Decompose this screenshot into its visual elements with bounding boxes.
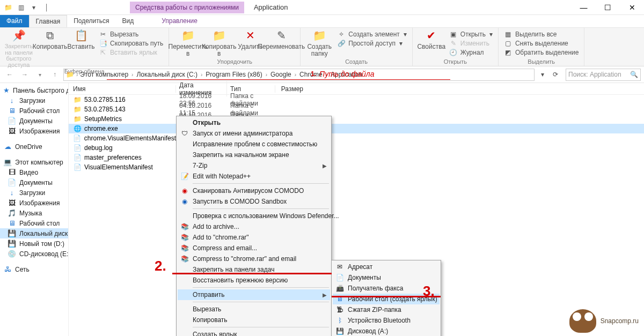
sendto-documents[interactable]: 📄Документы <box>333 272 440 283</box>
sidebar-onedrive[interactable]: ☁OneDrive <box>0 141 68 152</box>
ctx-comodo-sandbox[interactable]: ◉Запустить в COMODO Sandbox <box>178 196 330 207</box>
file-row[interactable]: 📁SetupMetrics04.10.2016 11:15Папка с фай… <box>69 114 644 124</box>
cut-icon: ✂ <box>99 31 107 38</box>
search-box[interactable]: Поиск: Application 🔍 <box>566 69 641 81</box>
refresh-button[interactable]: ⟳ <box>550 69 561 80</box>
sidebar-downloads[interactable]: ↓Загрузки <box>0 95 68 106</box>
breadcrumb-bar[interactable]: 📁› Этот компьютер› Локальный диск (C:)› … <box>63 69 535 81</box>
ctx-shortcut[interactable]: Создать ярлык <box>178 329 330 336</box>
ctx-run-admin[interactable]: 🛡Запуск от имени администратора <box>178 128 330 139</box>
path-icon: 📑 <box>99 40 107 47</box>
ctx-cut[interactable]: Вырезать <box>178 304 330 315</box>
copy-path-button[interactable]: 📑Скопировать путь <box>97 39 165 48</box>
recent-dropdown[interactable]: ▾ <box>33 68 46 81</box>
sidebar-this-pc[interactable]: 💻Этот компьютер <box>0 157 68 167</box>
back-button[interactable]: ← <box>3 68 16 81</box>
sidebar-documents2[interactable]: 📄Документы <box>0 177 68 188</box>
ctx-defender[interactable]: Проверка с использованием Windows Defend… <box>178 211 330 221</box>
sidebar-quick-access[interactable]: ★Панель быстрого доступа <box>0 85 68 95</box>
file-row[interactable]: 📁53.0.2785.11618.09.2016 23:56Папка с фа… <box>69 95 644 104</box>
sendto-recipient[interactable]: ✉Адресат <box>333 262 440 272</box>
sendto-drive-a[interactable]: 💾Дисковод (A:) <box>333 326 440 336</box>
cut-button[interactable]: ✂Вырезать <box>97 30 165 39</box>
invert-selection-button[interactable]: ◩Обратить выделение <box>502 48 581 57</box>
ctx-7zip[interactable]: 7-Zip▶ <box>178 160 330 171</box>
ctx-compress-rar-email[interactable]: 📚Compress to "chrome.rar" and email <box>178 253 330 264</box>
sidebar-pictures2[interactable]: 🖼Изображения <box>0 198 68 208</box>
paste-shortcut-button[interactable]: ⇱Вставить ярлык <box>97 48 165 57</box>
maximize-button[interactable]: ☐ <box>596 0 620 15</box>
ctx-pin-start[interactable]: Закрепить на начальном экране <box>178 150 330 160</box>
qat-dropdown[interactable]: ▾ <box>28 2 40 13</box>
file-row[interactable]: 📁53.0.2785.14304.10.2016 11:15Папка с фа… <box>69 104 644 114</box>
file-row[interactable]: 📄debug.log1 КБ <box>69 143 644 153</box>
dropdown-button[interactable]: ▾ <box>537 69 548 80</box>
open-button[interactable]: ▣Открыть▾ <box>447 30 495 39</box>
file-icon: 📄 <box>73 154 82 161</box>
file-name: master_preferences <box>84 154 142 161</box>
ctx-add-archive[interactable]: 📚Add to archive... <box>178 221 330 232</box>
sidebar-desktop2[interactable]: 🖥Рабочий стол <box>0 218 68 228</box>
file-row[interactable]: 📄master_preferences1 КБ <box>69 153 644 162</box>
ctx-comodo-scan[interactable]: ◉Сканировать Антивирусом COMODO <box>178 185 330 196</box>
move-to-button[interactable]: 📁Переместить в <box>172 29 203 57</box>
new-item-button[interactable]: ✧Создать элемент▾ <box>335 30 409 39</box>
ctx-copy[interactable]: Копировать <box>178 315 330 325</box>
easy-access-button[interactable]: 🔗Простой доступ▾ <box>335 39 409 48</box>
breadcrumb[interactable]: Google› <box>270 71 299 78</box>
ctx-open[interactable]: Открыть <box>178 117 330 128</box>
file-row[interactable]: 🌐chrome.exe945 КБ <box>69 124 644 133</box>
sidebar-network[interactable]: 🖧Сеть <box>0 264 68 274</box>
sidebar-documents[interactable]: 📄Документы <box>0 116 68 126</box>
tab-home[interactable]: Главная <box>29 15 68 27</box>
file-row[interactable]: 📄chrome.VisualElementsManifest1 КБ <box>69 133 644 143</box>
new-folder-icon: 📁 <box>313 30 326 43</box>
copy-to-button[interactable]: 📁Копировать в <box>203 29 235 57</box>
file-icon: 📄 <box>73 144 82 152</box>
tab-file[interactable]: Файл <box>0 15 29 27</box>
select-none-button[interactable]: ▢Снять выделение <box>502 39 581 48</box>
sidebar-videos[interactable]: 🎞Видео <box>0 167 68 177</box>
sidebar-music[interactable]: 🎵Музыка <box>0 208 68 218</box>
col-type[interactable]: Тип <box>227 85 275 93</box>
ctx-restore[interactable]: Восстановить прежнюю версию <box>178 275 330 286</box>
edit-button[interactable]: ✎Изменить <box>447 39 495 48</box>
ctx-send-to[interactable]: Отправить▶ <box>178 289 330 300</box>
ctx-notepad[interactable]: 📝Edit with Notepad++ <box>178 171 330 182</box>
new-folder-button[interactable]: 📁Создать папку <box>304 29 335 57</box>
sidebar-cd-drive[interactable]: 💿CD-дисковод (E:) <box>0 249 68 259</box>
paste-button[interactable]: 📋Вставить <box>65 29 97 50</box>
file-row[interactable]: 📄VisualElementsManifest1 КБ <box>69 162 644 172</box>
pin-quick-access-button[interactable]: 📌Закрепить на панели быстрого доступа <box>3 29 34 68</box>
breadcrumb[interactable]: Локальный диск (C:)› <box>136 71 206 78</box>
sendto-bluetooth[interactable]: ᛒУстройство Bluetooth <box>333 315 440 326</box>
sidebar-desktop[interactable]: 🖥Рабочий стол <box>0 106 68 116</box>
tab-share[interactable]: Поделиться <box>67 15 115 27</box>
qat-item[interactable]: ▥ <box>15 2 27 13</box>
history-button[interactable]: 🕘Журнал <box>447 48 495 57</box>
copy-button[interactable]: ⧉Копировать <box>34 29 65 50</box>
sidebar-pictures[interactable]: 🖼Изображения <box>0 126 68 136</box>
breadcrumb[interactable]: Этот компьютер› <box>80 71 136 78</box>
tab-manage[interactable]: Управление <box>155 15 204 27</box>
col-size[interactable]: Размер <box>275 85 308 93</box>
sendto-zip[interactable]: 🗜Сжатая ZIP-папка <box>333 304 440 315</box>
forward-button[interactable]: → <box>18 68 31 81</box>
sidebar-downloads2[interactable]: ↓Загрузки <box>0 188 68 198</box>
ctx-compress-email[interactable]: 📚Compress and email... <box>178 243 330 253</box>
ctx-add-rar[interactable]: 📚Add to "chrome.rar" <box>178 232 330 243</box>
chevron-right-icon: ▶ <box>323 292 327 298</box>
sidebar-new-vol-d[interactable]: 💾Новый том (D:) <box>0 238 68 249</box>
ctx-compat[interactable]: Исправление проблем с совместимостью <box>178 139 330 150</box>
minimize-button[interactable]: — <box>572 0 596 15</box>
properties-button[interactable]: ✔Свойства <box>416 29 447 50</box>
rename-button[interactable]: ✎Переименовать <box>266 29 297 50</box>
col-name[interactable]: Имя <box>69 85 176 93</box>
sidebar-local-disk-c[interactable]: 💾Локальный диск (C:) <box>0 228 68 238</box>
up-button[interactable]: ↑ <box>48 68 61 81</box>
close-button[interactable]: ✕ <box>620 0 644 15</box>
history-icon: 🕘 <box>449 49 458 56</box>
breadcrumb[interactable]: Program Files (x86)› <box>206 71 270 78</box>
select-all-button[interactable]: ▦Выделить все <box>502 30 581 39</box>
tab-view[interactable]: Вид <box>115 15 140 27</box>
